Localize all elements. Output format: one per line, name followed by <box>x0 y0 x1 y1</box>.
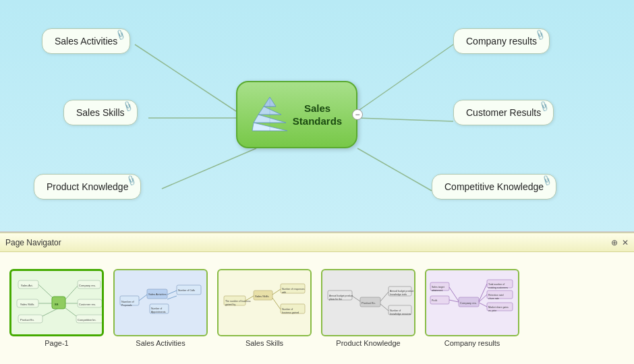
svg-text:Appointments: Appointments <box>151 311 166 313</box>
nav-content: Sales Act. Sales Skills Product Kn. Comp… <box>0 252 634 364</box>
svg-line-92 <box>449 300 459 302</box>
thumb-sales-activities[interactable]: Number of Proposals Sales Activities Num… <box>113 269 208 347</box>
thumb-company-results-label: Company results <box>444 339 500 347</box>
svg-text:business gained: business gained <box>282 311 299 314</box>
svg-rect-20 <box>52 297 65 309</box>
svg-text:Annual budget product: Annual budget product <box>390 290 413 293</box>
svg-text:Number of responses: Number of responses <box>282 288 305 291</box>
svg-text:Retention rate/: Retention rate/ <box>488 294 504 297</box>
svg-text:Company res.: Company res. <box>460 301 477 305</box>
svg-text:Sales Act.: Sales Act. <box>21 284 33 287</box>
minus-button[interactable]: − <box>352 109 363 120</box>
svg-text:Product Kn.: Product Kn. <box>20 318 34 322</box>
svg-text:Annual budget product: Annual budget product <box>329 295 353 297</box>
center-node-label: Sales Standards <box>293 102 342 128</box>
svg-text:vs. prior: vs. prior <box>488 309 497 312</box>
svg-text:SS: SS <box>55 303 59 306</box>
svg-text:Sales target: Sales target <box>432 286 444 289</box>
svg-line-44 <box>139 295 147 301</box>
thumb-product-knowledge-label: Product Knowledge <box>336 339 400 347</box>
svg-text:Number of: Number of <box>390 309 401 312</box>
svg-text:Proposals: Proposals <box>121 304 132 307</box>
thumb-page1-label: Page-1 <box>45 339 68 347</box>
thumb-sales-skills[interactable]: The number of business gained by Sales S… <box>217 269 312 347</box>
pyramid-icon <box>252 94 289 135</box>
svg-text:Company res.: Company res. <box>79 284 96 287</box>
svg-text:Sales Activities: Sales Activities <box>148 293 167 296</box>
nav-header: Page Navigator ⊕ ✕ <box>0 233 634 252</box>
thumb-product-knowledge[interactable]: Annual budget product plans for the Prod… <box>321 269 415 347</box>
svg-text:Number of: Number of <box>282 308 293 311</box>
svg-text:Competitive kn.: Competitive kn. <box>78 318 96 322</box>
svg-line-0 <box>135 44 236 111</box>
svg-line-5 <box>357 148 432 191</box>
svg-text:Product Kn.: Product Kn. <box>362 301 376 305</box>
svg-text:Number of Calls: Number of Calls <box>178 289 195 292</box>
svg-text:Sales Skills: Sales Skills <box>20 303 34 306</box>
svg-line-73 <box>380 292 388 301</box>
svg-line-1 <box>357 44 453 111</box>
svg-line-72 <box>352 296 360 301</box>
page-navigator: Page Navigator ⊕ ✕ <box>0 233 634 364</box>
node-product-knowledge[interactable]: 📎 Product Knowledge <box>34 174 141 200</box>
svg-text:existing customers: existing customers <box>488 286 508 289</box>
svg-text:churn rate: churn rate <box>488 297 499 300</box>
svg-text:attainment: attainment <box>432 289 442 292</box>
nav-header-controls: ⊕ ✕ <box>611 238 629 247</box>
svg-text:plans for the: plans for the <box>329 298 342 301</box>
thumb-page1[interactable]: Sales Act. Sales Skills Product Kn. Comp… <box>9 269 104 347</box>
svg-text:Total number of: Total number of <box>488 283 505 286</box>
svg-text:Customer res.: Customer res. <box>79 303 96 306</box>
svg-line-3 <box>357 118 453 121</box>
node-sales-activities[interactable]: 📎 Sales Activities <box>42 28 130 54</box>
svg-line-46 <box>167 296 177 299</box>
node-sales-skills[interactable]: 📎 Sales Skills <box>63 100 138 125</box>
diagram-area: Sales Standards − 📎 Sales Activities 📎 C… <box>0 0 634 233</box>
svg-text:knowledge tools: knowledge tools <box>390 293 407 296</box>
thumb-sales-skills-label: Sales Skills <box>246 339 283 347</box>
node-company-results[interactable]: 📎 Company results <box>453 28 550 54</box>
center-node[interactable]: Sales Standards − <box>236 81 357 148</box>
pin-button[interactable]: ⊕ <box>611 238 618 247</box>
nav-title: Page Navigator <box>5 238 61 247</box>
svg-text:with: with <box>282 291 286 294</box>
close-button[interactable]: ✕ <box>622 238 629 247</box>
svg-text:The number of business: The number of business <box>225 300 251 303</box>
svg-text:knowledge sessions: knowledge sessions <box>390 313 411 315</box>
svg-line-95 <box>479 303 487 307</box>
svg-line-93 <box>479 284 487 301</box>
svg-text:gained by: gained by <box>225 303 235 306</box>
svg-line-17 <box>65 284 79 299</box>
svg-text:Sales Skills: Sales Skills <box>255 295 268 298</box>
thumb-sales-activities-label: Sales Activities <box>136 339 185 347</box>
svg-line-74 <box>380 304 388 311</box>
node-competitive-knowledge[interactable]: 📎 Competitive Knowledge <box>432 174 556 200</box>
svg-line-60 <box>272 298 281 309</box>
svg-line-45 <box>167 291 177 295</box>
svg-text:Number of: Number of <box>151 307 162 310</box>
thumb-company-results[interactable]: Sales target attainment Profit Company r… <box>425 269 519 347</box>
svg-line-91 <box>449 287 459 301</box>
svg-text:Market share gains: Market share gains <box>488 306 509 309</box>
svg-line-4 <box>162 148 256 189</box>
svg-line-59 <box>272 289 281 295</box>
node-customer-results[interactable]: 📎 Customer Results <box>453 100 554 125</box>
svg-text:Number of: Number of <box>121 300 135 303</box>
svg-text:Profit: Profit <box>432 299 437 302</box>
